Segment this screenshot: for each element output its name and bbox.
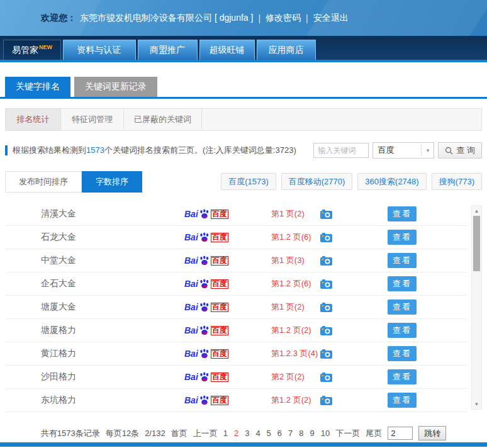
camera-icon[interactable] [320, 326, 339, 335]
pagination: 共有1573条记录 每页12条 2/132 首页 上一页 12345678910… [0, 426, 487, 440]
camera-icon[interactable] [320, 210, 339, 219]
page-number-link[interactable]: 5 [267, 428, 271, 438]
scroll-up-icon[interactable]: ▲ [472, 206, 481, 216]
nav-tab-label: 资料与认证 [77, 45, 121, 56]
baidu-paw-icon: du [199, 325, 210, 335]
sort-tab-label: 字数排序 [96, 176, 128, 188]
view-button[interactable]: 查看 [388, 323, 417, 338]
view-button[interactable]: 查看 [388, 369, 417, 384]
engine-filter-button[interactable]: 百度移动(2770) [281, 173, 353, 190]
keyword-search-input[interactable] [313, 143, 369, 158]
table-row: 黄江格力 Bai du 百度 第1.2.3 页(4) 查看 [5, 342, 467, 366]
prev-page-link[interactable]: 上一页 [193, 428, 218, 439]
summary-marker [5, 145, 8, 155]
nav-tab-label: 商盟推广 [150, 45, 185, 56]
sort-tab-label: 发布时间排序 [19, 176, 68, 188]
baidu-logo-bai: Bai [184, 325, 198, 335]
camera-icon[interactable] [320, 396, 339, 405]
engine-filter-button[interactable]: 搜狗(773) [432, 173, 482, 190]
page-number-link[interactable]: 4 [255, 428, 260, 438]
baidu-logo: Bai du 百度 [184, 372, 235, 382]
scroll-down-icon[interactable]: ▼ [472, 399, 481, 409]
table-rows: 清溪大金 Bai du 百度 第1 页(2) 查看 [5, 203, 467, 412]
search-box: 百度 ▼ 查 询 [313, 142, 482, 159]
page-number-link[interactable]: 8 [299, 428, 303, 438]
page-tab[interactable]: 关键字排名 [5, 77, 70, 97]
query-button[interactable]: 查 询 [438, 142, 482, 159]
camera-icon[interactable] [320, 372, 339, 382]
view-button[interactable]: 查看 [388, 346, 417, 361]
engine-select-value: 百度 [373, 145, 394, 156]
next-page-link[interactable]: 下一页 [335, 428, 360, 439]
change-password-link[interactable]: 修改密码 [266, 13, 301, 24]
nav-tab[interactable]: 超级旺铺 [199, 40, 255, 60]
camera-icon[interactable] [320, 256, 339, 266]
nav-tab[interactable]: 资料与认证 [63, 40, 136, 60]
nav-tab[interactable]: 商盟推广 [138, 40, 198, 60]
sub-tab[interactable]: 已屏蔽的关键词 [124, 109, 202, 130]
main-nav: 易管家NEW 资料与认证 商盟推广 超级旺铺 应用商店 [0, 36, 487, 60]
page-number-link[interactable]: 3 [245, 428, 249, 438]
camera-icon[interactable] [320, 279, 339, 289]
sub-tab[interactable]: 排名统计 [6, 109, 61, 130]
logout-link[interactable]: 安全退出 [313, 13, 349, 24]
page-number-link[interactable]: 10 [321, 428, 330, 438]
svg-text:du: du [202, 401, 207, 405]
baidu-logo-cn: 百度 [211, 279, 228, 289]
footer-strip [0, 442, 487, 447]
jump-page-input[interactable] [388, 427, 413, 440]
engine-filter-button[interactable]: 360搜索(2748) [357, 173, 426, 190]
view-button[interactable]: 查看 [388, 276, 417, 291]
engine-filter-button[interactable]: 百度(1573) [221, 173, 276, 190]
page-number-link[interactable]: 6 [277, 428, 282, 438]
table-row: 中堂大金 Bai du 百度 第1 页(3) 查看 [5, 249, 467, 272]
page-tab-label: 关键字排名 [16, 81, 60, 92]
nav-tab[interactable]: 应用商店 [257, 40, 316, 60]
scrollbar-track[interactable] [472, 271, 481, 399]
page-tab[interactable]: 关键词更新记录 [74, 77, 157, 97]
jump-button[interactable]: 跳转 [418, 426, 446, 440]
keyword-cell: 石龙大金 [41, 232, 184, 243]
svg-text:du: du [202, 284, 207, 288]
view-button[interactable]: 查看 [388, 230, 417, 245]
baidu-logo: Bai du 百度 [184, 232, 235, 242]
nav-underline [0, 60, 487, 62]
last-page-link[interactable]: 尾页 [366, 428, 382, 439]
page-number-link[interactable]: 1 [223, 428, 228, 438]
baidu-logo-cn: 百度 [211, 210, 228, 219]
view-button[interactable]: 查看 [388, 206, 417, 221]
page: 欢迎您： 东莞市骏发机电制冷设备有限公司 [ dgjunfa ] | 修改密码 … [0, 0, 487, 448]
scrollbar-thumb[interactable] [473, 216, 480, 271]
topbar-text: 欢迎您： 东莞市骏发机电制冷设备有限公司 [ dgjunfa ] | 修改密码 … [41, 0, 349, 36]
camera-icon[interactable] [320, 349, 339, 359]
view-button[interactable]: 查看 [388, 393, 417, 408]
page-number-link[interactable]: 7 [288, 428, 293, 438]
baidu-logo: Bai du 百度 [184, 325, 235, 335]
baidu-logo-cn: 百度 [211, 396, 228, 405]
svg-text:du: du [202, 215, 207, 218]
engine-select[interactable]: 百度 ▼ [372, 142, 434, 159]
nav-tabs: 易管家NEW 资料与认证 商盟推广 超级旺铺 应用商店 [3, 40, 318, 60]
per-page: 每页12条 [106, 428, 139, 439]
table-row: 企石大金 Bai du 百度 第1.2 页(6) 查看 [5, 272, 467, 296]
page-tabs-underline [0, 97, 487, 99]
svg-text:du: du [202, 261, 207, 265]
sub-tab-label: 已屏蔽的关键词 [134, 114, 191, 125]
keyword-cell: 塘厦大金 [41, 301, 184, 313]
page-number-link[interactable]: 9 [310, 428, 315, 438]
view-button[interactable]: 查看 [388, 253, 417, 268]
sort-tab[interactable]: 发布时间排序 [5, 171, 82, 193]
camera-icon[interactable] [320, 303, 339, 312]
view-button[interactable]: 查看 [388, 300, 417, 315]
engine-filter-label: 搜狗(773) [439, 176, 474, 188]
sort-tab[interactable]: 字数排序 [82, 171, 142, 193]
baidu-logo: Bai du 百度 [184, 302, 235, 312]
page-number-link[interactable]: 2 [234, 428, 238, 438]
nav-tab[interactable]: 易管家NEW [3, 40, 61, 60]
first-page-link[interactable]: 首页 [171, 428, 188, 439]
baidu-logo: Bai du 百度 [184, 255, 235, 266]
keyword-cell: 黄江格力 [41, 348, 184, 359]
sub-tab[interactable]: 特征词管理 [61, 109, 124, 130]
camera-icon[interactable] [320, 233, 339, 242]
keyword-cell: 企石大金 [41, 278, 184, 289]
